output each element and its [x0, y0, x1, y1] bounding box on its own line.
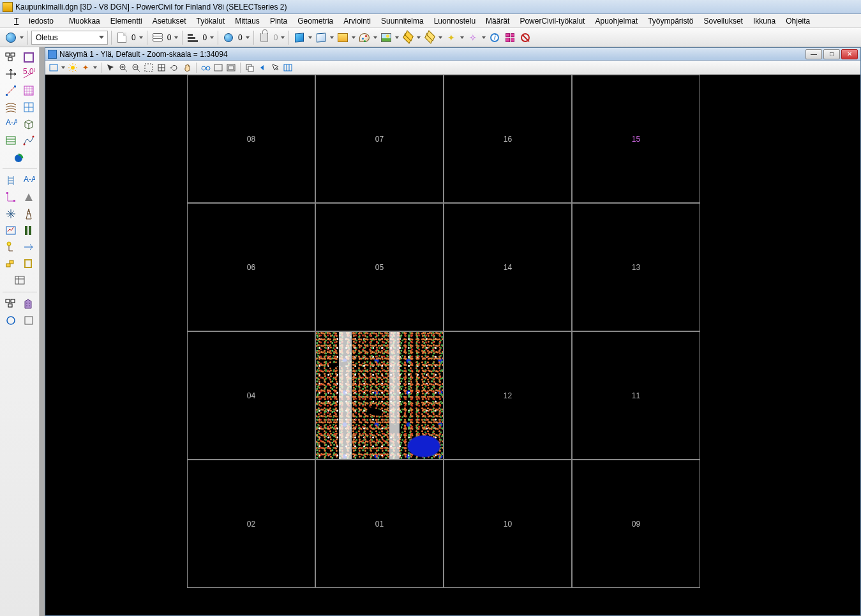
globe2-button[interactable]	[221, 31, 236, 45]
menu-tyoymparisto[interactable]: Työympäristö	[643, 15, 698, 27]
tile-cell[interactable]: 07	[315, 75, 444, 203]
sparkle-dropdown[interactable]	[460, 36, 465, 39]
view1-button[interactable]	[213, 62, 224, 73]
tile-cell[interactable]: 02	[187, 460, 315, 588]
tool-axis-icon[interactable]	[3, 66, 19, 82]
tool-lamp-icon[interactable]	[3, 239, 19, 255]
sparkle-button[interactable]: ✦	[444, 31, 458, 45]
globe2-dropdown[interactable]	[245, 36, 250, 39]
tile-cell[interactable]: 05	[315, 203, 444, 331]
tile-cell[interactable]: 09	[572, 460, 700, 588]
tile-cell[interactable]: 11	[572, 331, 700, 460]
menu-tiedosto[interactable]: Tiedosto	[4, 15, 64, 27]
tool-line-icon[interactable]	[3, 83, 19, 98]
cube-button[interactable]	[292, 31, 306, 45]
tool-star-icon[interactable]	[3, 206, 19, 222]
menu-asetukset[interactable]: Asetukset	[147, 15, 191, 27]
sheet-dropdown[interactable]	[139, 36, 144, 39]
menu-luonnostelu[interactable]: Luonnostelu	[429, 15, 481, 27]
tile-cell[interactable]: 10	[444, 460, 572, 588]
menu-apuohjelmat[interactable]: Apuohjelmat	[590, 15, 643, 27]
cube-dropdown[interactable]	[308, 36, 313, 39]
level-button[interactable]	[186, 31, 200, 45]
maximize-button[interactable]: □	[823, 49, 840, 59]
palette-button[interactable]	[357, 31, 371, 45]
menu-sovellukset[interactable]: Sovellukset	[699, 15, 748, 27]
stack-button[interactable]	[151, 31, 165, 45]
layers2-dropdown[interactable]	[438, 36, 443, 39]
zoom-window-button[interactable]	[143, 62, 154, 73]
pan-button[interactable]	[181, 62, 193, 73]
tile-cell[interactable]: 15	[572, 75, 700, 203]
tool-rect-icon[interactable]	[20, 256, 37, 271]
menu-arviointi[interactable]: Arviointi	[338, 15, 376, 27]
tool-chart-icon[interactable]	[3, 223, 19, 238]
tile-cell[interactable]: 08	[187, 75, 315, 203]
stack-dropdown[interactable]	[174, 36, 179, 39]
tool-circle-icon[interactable]	[3, 313, 19, 328]
view-pointer-button[interactable]	[105, 62, 116, 73]
menu-pinta[interactable]: Pinta	[265, 15, 292, 27]
tool-grid2-icon[interactable]	[20, 100, 37, 115]
tile-cell[interactable]: 12	[444, 331, 572, 460]
style-combo[interactable]: Oletus	[31, 31, 108, 45]
tile-cell[interactable]: 14	[444, 203, 572, 331]
zoom-out-button[interactable]	[130, 62, 142, 73]
tile-cell[interactable]: 06	[187, 203, 315, 331]
sparkle2-dropdown[interactable]	[481, 36, 486, 39]
tool-tower-icon[interactable]	[20, 206, 37, 222]
tile-cell[interactable]: 13	[572, 203, 700, 331]
tool-bracket-icon[interactable]	[3, 190, 19, 205]
lock-dropdown[interactable]	[280, 36, 285, 39]
tool-ball-icon[interactable]	[11, 149, 28, 165]
tool-blocks-icon[interactable]	[3, 256, 19, 271]
prev-view-button[interactable]	[257, 62, 268, 73]
tool-table-icon[interactable]	[3, 133, 19, 148]
glasses-button[interactable]	[200, 62, 211, 73]
menu-ikkuna[interactable]: Ikkuna	[748, 15, 781, 27]
tool-boxes-icon[interactable]	[3, 296, 19, 312]
rotate-button[interactable]	[168, 62, 180, 73]
view-display-dropdown[interactable]	[61, 66, 66, 69]
tool-grid-icon[interactable]	[3, 50, 19, 65]
menu-tyokalut[interactable]: Työkalut	[191, 15, 230, 27]
book-dropdown[interactable]	[351, 36, 356, 39]
layers2-button[interactable]	[423, 31, 437, 45]
info-button[interactable]: i	[488, 31, 502, 45]
tile-cell[interactable]: 04	[187, 331, 315, 460]
menu-ohjeita[interactable]: Ohjeita	[781, 15, 815, 27]
disable-button[interactable]	[518, 31, 532, 45]
tool-arrow-icon[interactable]	[20, 239, 37, 255]
tile-cell[interactable]: 16	[444, 75, 572, 203]
menu-elementti[interactable]: Elementti	[105, 15, 147, 27]
view-display-button[interactable]	[48, 62, 59, 73]
menu-powercivil[interactable]: PowerCivil-työkalut	[514, 15, 590, 27]
tool-fence-icon[interactable]	[20, 50, 37, 65]
view-window-titlebar[interactable]: Näkymä 1 - Ylä, Default - Zoom-skaala = …	[45, 48, 860, 61]
tool-contour-icon[interactable]	[3, 100, 19, 115]
tool-square-icon[interactable]	[20, 313, 37, 328]
minimize-button[interactable]: —	[805, 49, 822, 59]
cube2-button[interactable]	[314, 31, 328, 45]
view2-button[interactable]	[225, 62, 237, 73]
tool-ladder-icon[interactable]	[3, 173, 19, 188]
tool-hatch-icon[interactable]	[20, 83, 37, 98]
grid4-button[interactable]	[503, 31, 517, 45]
tool-box3d-icon[interactable]	[20, 116, 37, 131]
menu-mittaus[interactable]: Mittaus	[230, 15, 265, 27]
globe-tool-dropdown[interactable]	[19, 36, 24, 39]
tool-triangle-icon[interactable]	[20, 190, 37, 205]
layers-button[interactable]	[401, 31, 415, 45]
book-button[interactable]	[336, 31, 350, 45]
tool-curve-icon[interactable]	[20, 133, 37, 148]
cube2-dropdown[interactable]	[329, 36, 334, 39]
view-sparkle-button[interactable]: ✦	[80, 62, 91, 73]
menu-geometria[interactable]: Geometria	[292, 15, 338, 27]
fit-view-button[interactable]	[156, 62, 167, 73]
picture-dropdown[interactable]	[394, 36, 400, 39]
menu-maarat[interactable]: Määrät	[481, 15, 514, 27]
tool-section-icon[interactable]: A-A	[3, 116, 19, 131]
sparkle2-button[interactable]: ✧	[466, 31, 480, 45]
clip-button[interactable]	[282, 62, 294, 73]
zoom-in-button[interactable]	[117, 62, 129, 73]
